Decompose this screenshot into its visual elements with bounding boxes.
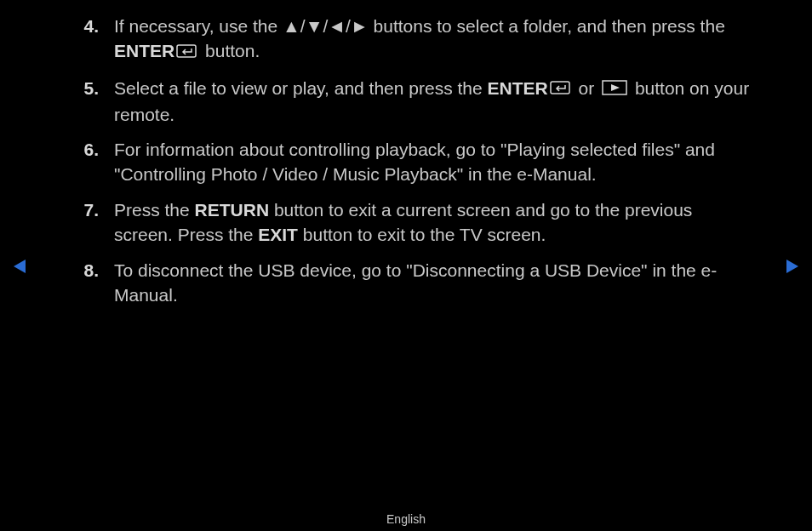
- svg-marker-5: [786, 260, 798, 273]
- nav-prev-button[interactable]: [12, 258, 27, 278]
- item-text: Press the RETURN button to exit a curren…: [114, 197, 752, 248]
- item-text: If necessary, use the ▲/▼/◄/► buttons to…: [114, 14, 752, 66]
- svg-marker-4: [14, 260, 26, 273]
- item-text: Select a file to view or play, and then …: [114, 76, 752, 128]
- enter-icon: [550, 77, 574, 101]
- item-number: 7.: [80, 197, 114, 248]
- item-number: 4.: [80, 14, 114, 66]
- item-text: For information about controlling playba…: [114, 137, 752, 187]
- instruction-item: 7.Press the RETURN button to exit a curr…: [80, 197, 752, 248]
- instruction-item: 5.Select a file to view or play, and the…: [80, 76, 752, 128]
- bold-label: RETURN: [195, 200, 270, 220]
- nav-next-button[interactable]: [785, 258, 800, 278]
- instruction-item: 8.To disconnect the USB device, go to "D…: [80, 258, 752, 308]
- item-text: To disconnect the USB device, go to "Dis…: [114, 258, 752, 308]
- bold-label: ENTER: [114, 41, 174, 60]
- language-footer: English: [0, 512, 812, 526]
- svg-marker-3: [611, 84, 620, 91]
- instruction-item: 6.For information about controlling play…: [80, 137, 752, 187]
- direction-arrows: ▲/▼/◄/►: [283, 16, 369, 36]
- bold-label: ENTER: [488, 78, 548, 98]
- item-number: 8.: [80, 258, 114, 308]
- bold-label: EXIT: [258, 225, 298, 244]
- svg-rect-0: [177, 45, 196, 57]
- play-icon: [602, 77, 627, 101]
- enter-icon: [176, 40, 200, 65]
- item-number: 6.: [80, 137, 114, 187]
- instruction-item: 4.If necessary, use the ▲/▼/◄/► buttons …: [80, 14, 752, 66]
- item-number: 5.: [80, 76, 114, 128]
- manual-content: 4.If necessary, use the ▲/▼/◄/► buttons …: [0, 0, 812, 307]
- svg-rect-1: [551, 82, 569, 94]
